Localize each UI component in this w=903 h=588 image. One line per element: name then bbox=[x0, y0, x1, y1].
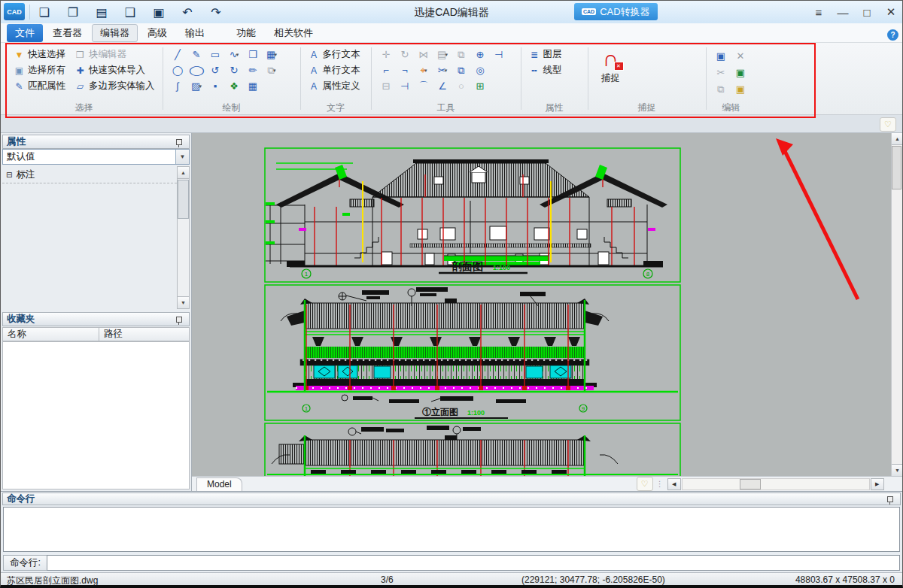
model-tab[interactable]: Model bbox=[196, 477, 242, 491]
canvas-vertical-scrollbar[interactable]: ▲ ▼ bbox=[891, 133, 902, 476]
measure-icon[interactable]: ✂▾ bbox=[433, 63, 452, 78]
paste-icon[interactable]: ▣ bbox=[712, 49, 731, 64]
favorites-name-column[interactable]: 名称 bbox=[2, 327, 99, 341]
scroll-thumb[interactable] bbox=[178, 180, 189, 219]
pick-point-icon[interactable]: ⌖▾ bbox=[415, 63, 433, 78]
maximize-icon[interactable]: □ bbox=[860, 6, 874, 19]
cad-converter-button[interactable]: CAD CAD转换器 bbox=[574, 3, 658, 20]
measure-icon-dropdown[interactable]: ▾ bbox=[445, 68, 448, 74]
quick-entity-import-button[interactable]: ✚ 快速实体导入 bbox=[72, 62, 157, 78]
array-icon-dropdown[interactable]: ▾ bbox=[445, 52, 448, 58]
chevron-down-icon[interactable]: ▼ bbox=[175, 150, 189, 164]
rotate-copy-icon[interactable]: ◎ bbox=[471, 63, 490, 78]
block-editor-button[interactable]: ❒ 块编辑器 bbox=[72, 47, 157, 62]
properties-preset-dropdown[interactable]: 默认值 ▼ bbox=[2, 149, 190, 165]
array-icon[interactable]: ▤▾ bbox=[433, 47, 452, 62]
arc-icon[interactable]: ↺ bbox=[206, 63, 225, 78]
attribute-define-button[interactable]: A 属性定义 bbox=[306, 78, 363, 94]
pin-icon[interactable] bbox=[176, 317, 182, 323]
hatch-icon[interactable]: ▨▾ bbox=[187, 79, 206, 94]
splitter-grip[interactable]: ⋮ bbox=[656, 480, 664, 488]
offset-icon[interactable]: ⊣ bbox=[490, 47, 509, 62]
scale-icon[interactable]: ⊣ bbox=[396, 79, 415, 94]
spline-icon[interactable]: ∫ bbox=[169, 79, 187, 94]
fillet-icon[interactable]: ⌒ bbox=[415, 79, 433, 94]
point-icon[interactable]: ▪ bbox=[206, 79, 225, 94]
paste-special-icon[interactable]: ▣ bbox=[731, 65, 750, 80]
move-icon[interactable]: ✛ bbox=[377, 47, 396, 62]
command-history[interactable] bbox=[3, 507, 900, 552]
copy-with-base-icon[interactable]: ▣ bbox=[731, 82, 750, 97]
properties-scrollbar[interactable]: ▲ ▼ bbox=[177, 166, 190, 309]
polyline-icon[interactable]: ∿▾ bbox=[225, 47, 244, 62]
copy-multiple-icon[interactable]: ⧉ bbox=[452, 47, 471, 62]
ellipse-icon[interactable]: ◯ bbox=[187, 63, 206, 78]
quick-select-button[interactable]: ▼ 快速选择 bbox=[11, 47, 68, 62]
trim-icon[interactable]: ⌐ bbox=[377, 63, 396, 78]
close-icon[interactable]: ✕ bbox=[884, 5, 898, 19]
scroll-up-icon[interactable]: ▲ bbox=[892, 133, 902, 145]
line-icon[interactable]: ╱ bbox=[169, 47, 187, 62]
mtext-button[interactable]: A 多行文本 bbox=[306, 47, 363, 62]
pick-point-icon-dropdown[interactable]: ▾ bbox=[424, 68, 427, 74]
scroll-thumb[interactable] bbox=[740, 479, 761, 489]
polyline-icon-dropdown[interactable]: ▾ bbox=[236, 52, 239, 58]
select-all-button[interactable]: ▣ 选择所有 bbox=[11, 62, 68, 78]
scroll-down-icon[interactable]: ▼ bbox=[178, 296, 189, 308]
stretch-icon[interactable]: ⊟ bbox=[377, 79, 396, 94]
copy-object-icon[interactable]: ⧉ bbox=[452, 63, 471, 78]
insert-block-icon[interactable]: ❒ bbox=[244, 47, 263, 62]
explode-icon[interactable]: ⊞ bbox=[471, 79, 490, 94]
scroll-up-icon[interactable]: ▲ bbox=[178, 167, 189, 179]
copy-icon[interactable]: ⧉ bbox=[712, 82, 731, 97]
menu-item-6[interactable]: 功能 bbox=[228, 24, 264, 42]
boundary-hatch-icon[interactable]: ▦▾ bbox=[263, 47, 281, 62]
linetype-button[interactable]: ╍ 线型 bbox=[527, 62, 582, 78]
delete-icon[interactable]: ✕ bbox=[731, 49, 750, 64]
scroll-right-icon[interactable]: ▶ bbox=[871, 478, 884, 490]
circle-icon[interactable]: ◯ bbox=[169, 63, 187, 78]
pin-icon[interactable] bbox=[176, 139, 182, 145]
table-icon[interactable]: ▦ bbox=[244, 79, 263, 94]
section-row-dimension[interactable]: ⊟ 标注 bbox=[2, 166, 177, 183]
group-icon[interactable]: ⧉▾ bbox=[263, 63, 281, 78]
pin-icon[interactable] bbox=[887, 496, 893, 502]
rotate-icon[interactable]: ↻ bbox=[396, 47, 415, 62]
menu-item-4[interactable]: 高级 bbox=[139, 24, 175, 42]
favorites-list[interactable] bbox=[2, 341, 190, 489]
menu-item-7[interactable]: 相关软件 bbox=[266, 24, 321, 42]
construction-line-icon[interactable]: ✏ bbox=[244, 63, 263, 78]
menu-item-5[interactable]: 输出 bbox=[177, 24, 213, 42]
tab-bar-collapse-button[interactable]: ♡ bbox=[880, 117, 896, 132]
help-icon[interactable]: ? bbox=[887, 29, 898, 41]
scroll-thumb[interactable] bbox=[892, 146, 901, 189]
boundary-hatch-icon-dropdown[interactable]: ▾ bbox=[274, 52, 277, 58]
region-icon[interactable]: ○ bbox=[452, 79, 471, 94]
paste-block-icon[interactable]: ⊕ bbox=[471, 47, 490, 62]
group-icon-dropdown[interactable]: ▾ bbox=[273, 68, 276, 74]
sketch-icon[interactable]: ✎ bbox=[187, 47, 206, 62]
image-icon[interactable]: ❖ bbox=[225, 79, 244, 94]
snap-toggle-button[interactable]: ∩✕ 捕捉 bbox=[594, 47, 628, 85]
menu-item-3[interactable]: 编辑器 bbox=[92, 24, 138, 42]
app-menu-icon[interactable]: ≡ bbox=[812, 6, 825, 19]
rectangle-icon[interactable]: ▭ bbox=[206, 47, 225, 62]
mirror-icon[interactable]: ⋈ bbox=[415, 47, 433, 62]
layers-button[interactable]: ≣ 图层 bbox=[527, 47, 582, 62]
menu-item-2[interactable]: 查看器 bbox=[44, 24, 90, 42]
match-properties-button[interactable]: ✎ 匹配属性 bbox=[11, 78, 68, 94]
command-input[interactable] bbox=[47, 555, 900, 571]
revision-cloud-icon[interactable]: ↻ bbox=[225, 63, 244, 78]
drawing-canvas[interactable]: .gf{fill:none;stroke:#00cc00;stroke-widt… bbox=[192, 133, 902, 491]
scroll-down-icon[interactable]: ▼ bbox=[892, 464, 902, 476]
hatch-icon-dropdown[interactable]: ▾ bbox=[199, 83, 202, 89]
menu-item-1[interactable]: 文件 bbox=[7, 24, 43, 42]
cut-icon[interactable]: ✂ bbox=[712, 65, 731, 80]
single-line-text-button[interactable]: A 单行文本 bbox=[306, 62, 363, 78]
collapse-minus-icon[interactable]: ⊟ bbox=[6, 171, 12, 179]
minimize-icon[interactable]: — bbox=[836, 6, 850, 19]
extend-icon[interactable]: ¬ bbox=[396, 63, 415, 78]
layout-collapse-button[interactable]: ♡ bbox=[637, 477, 653, 491]
favorites-path-column[interactable]: 路径 bbox=[99, 327, 190, 341]
polygon-entity-input-button[interactable]: ▱ 多边形实体输入 bbox=[72, 78, 157, 94]
